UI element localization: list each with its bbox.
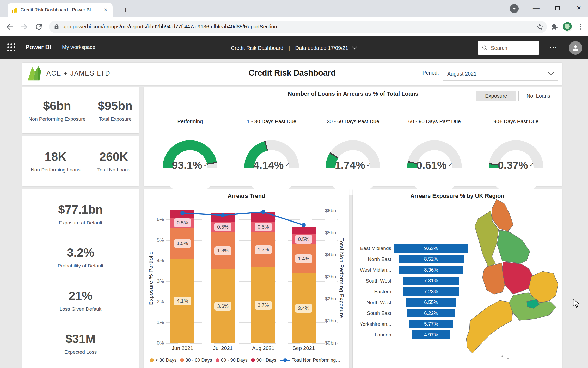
gauges-toggle-group: Exposure No. Loans [476,91,558,101]
reload-icon[interactable] [34,22,43,31]
bar-segment[interactable] [292,227,316,234]
bar-segment[interactable] [170,210,194,218]
search-box[interactable] [478,41,539,55]
bar-data-label: 3.6% [214,302,231,311]
y-axis-tick-right: $1bn [325,318,336,324]
checkmark-icon: ✓ [204,162,208,168]
y-axis-tick-right: $2bn [325,296,336,302]
map-region-east-midlands[interactable] [501,262,533,294]
bar-data-label: 0.5% [295,235,312,244]
new-tab-button[interactable]: + [120,4,131,16]
kpi-label: Probability of Default [22,263,139,269]
bar-segment[interactable] [251,212,275,222]
browser-tab-strip: Credit Risk Dashboard - Power BI ✕ + — ✕ [0,0,588,17]
kpi-value: 18K [31,150,80,164]
kpi-expected-loss: $31M Expected Loss [22,332,139,355]
region-bar[interactable]: 5.77% [409,320,453,328]
kpi-non-performing-loans: 18K Non Performing Loans [31,150,80,173]
trend-legend: < 30 Days30 - 60 Days60 - 90 Days90+ Day… [150,358,340,363]
legend-dot-icon [251,358,255,362]
map-region-yorkshire[interactable] [497,230,530,263]
map-region-south-west[interactable] [466,300,513,353]
region-label: North East [353,256,391,262]
region-bar[interactable]: 4.97% [412,330,450,339]
bar-data-label: 4.1% [174,297,191,305]
extensions-puzzle-icon[interactable] [551,23,558,30]
gauge-value: 1.74%✓ [315,160,391,171]
kpi-card-risk-metrics: $77.1bn Exposure at Default 3.2% Probabi… [22,189,139,368]
gauge-value: 0.37%✓ [478,160,554,171]
region-label: Yorkshire an... [353,321,391,327]
gauge-arc: 93.1%✓ [163,140,217,168]
gauge-row: Performing93.1%✓Last Mth: 93.1%1 - 30 Da… [149,119,557,179]
region-bar[interactable]: 7.31% [403,277,459,285]
region-label: North West [353,300,391,305]
report-header-band: ACE + JAMES LTD Credit Risk Dashboard Pe… [22,63,562,85]
download-icon[interactable] [510,4,519,13]
browser-profile-avatar[interactable] [563,22,572,32]
data-updated-label[interactable]: Data updated 17/09/21 [295,45,348,51]
browser-menu-icon[interactable] [578,24,583,30]
region-bar[interactable]: 8.36% [399,266,463,274]
search-icon [482,45,488,51]
kpi-total-loans: 260K Total No Loans [97,150,130,173]
legend-item[interactable]: 30 - 60 Days [180,358,212,363]
checkmark-icon: ✓ [285,162,290,168]
region-bar[interactable]: 6.55% [406,298,456,307]
tab-close-icon[interactable]: ✕ [102,7,109,13]
bar-data-label: 1.7% [255,245,272,254]
toggle-exposure-button[interactable]: Exposure [476,91,516,101]
legend-item[interactable]: 90+ Days [251,358,277,363]
legend-label: Total Non Performing… [292,358,340,363]
bookmark-star-icon[interactable] [536,23,543,30]
workspace-label[interactable]: My workspace [62,44,95,50]
legend-label: < 30 Days [155,358,177,363]
kpi-total-exposure: $95bn Total Exposure [98,99,132,122]
chevron-down-icon[interactable] [352,46,357,50]
legend-dot-icon [180,358,184,362]
kpi-value: $6bn [29,99,86,113]
legend-item[interactable]: Total Non Performing… [280,358,340,363]
browser-window: Credit Risk Dashboard - Power BI ✕ + — ✕… [0,0,588,368]
kpi-card-exposure: $6bn Non Performing Exposure $95bn Total… [22,87,139,133]
more-options-icon[interactable]: ⋯ [549,43,558,52]
period-select[interactable]: August 2021 [443,67,558,81]
back-icon[interactable] [5,22,14,31]
region-label: South West [353,278,391,284]
arrears-trend-chart: 0%1%2%3%4%5%6%$0bn$1bn$2bn$3bn$4bn$5bn$6… [144,189,349,368]
region-bar[interactable]: 9.63% [394,244,468,253]
gauge-1[interactable]: 1 - 30 Days Past Due4.14%✓Last Mth: 4.15… [231,119,313,179]
kpi-label: Non Performing Exposure [29,116,86,122]
toggle-no-loans-button[interactable]: No. Loans [518,91,558,101]
region-bar[interactable]: 6.22% [407,309,455,317]
region-bar[interactable]: 7.23% [403,287,459,296]
window-close-button[interactable]: ✕ [570,0,588,16]
legend-item[interactable]: < 30 Days [150,358,177,363]
browser-tab[interactable]: Credit Risk Dashboard - Power BI ✕ [8,3,113,17]
waffle-menu-icon[interactable] [7,43,15,51]
powerbi-brand[interactable]: Power BI [26,44,51,51]
lock-icon [54,24,59,30]
region-label: East Midlands [353,246,391,251]
gauge-2[interactable]: 30 - 60 Days Past Due1.74%✓Last Mth: 1.7… [312,119,394,179]
gauge-4[interactable]: 90+ Days Past Due0.37%✓Last Mth: 0.37% [475,119,557,179]
x-axis-label: Sep 2021 [285,345,322,351]
search-input[interactable] [491,45,530,51]
chevron-down-icon [548,72,554,76]
gauge-3[interactable]: 60 - 90 Days Past Due0.61%✓Last Mth: 0.6… [394,119,475,179]
window-minimize-button[interactable]: — [527,0,545,16]
arrears-trend-card: Arrears Trend 0%1%2%3%4%5%6%$0bn$1bn$2bn… [144,189,349,368]
map-region-west-midlands[interactable] [482,263,505,294]
legend-item[interactable]: 60 - 90 Days [216,358,248,363]
forward-icon[interactable] [20,22,29,31]
bar-data-label: 1.4% [295,254,312,263]
region-bar[interactable]: 8.52% [399,255,463,263]
legend-dot-icon [216,358,219,362]
url-bar[interactable]: app.powerbi.com/groups/me/reports/bb92bb… [49,21,547,33]
bar-segment[interactable] [211,213,235,222]
window-maximize-button[interactable] [548,0,567,16]
x-axis-label: Aug 2021 [245,345,281,351]
account-avatar[interactable] [569,41,582,55]
line-data-point[interactable] [302,223,306,227]
gauge-0[interactable]: Performing93.1%✓Last Mth: 93.1% [149,119,231,179]
